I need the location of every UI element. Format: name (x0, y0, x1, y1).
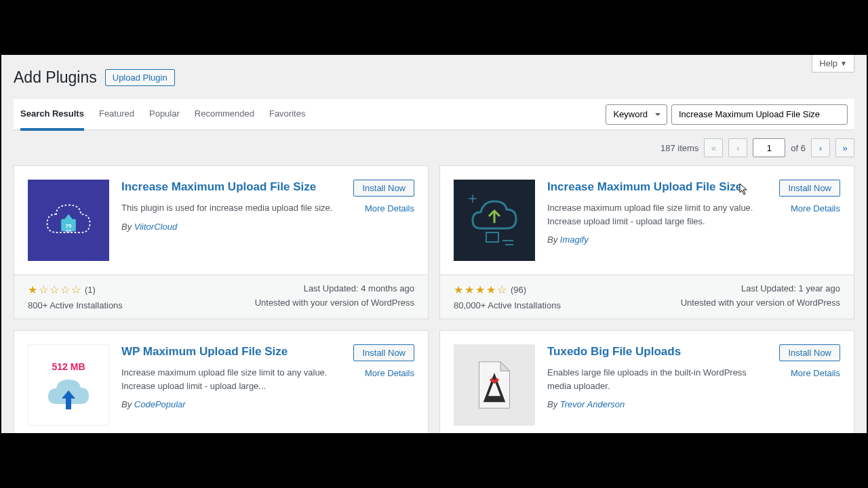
install-button[interactable]: Install Now (779, 344, 840, 361)
search-group: Keyword (606, 104, 848, 125)
compatibility: Untested with your version of WordPress (681, 298, 840, 308)
plugin-author: By Imagify (547, 235, 767, 245)
svg-text:75: 75 (66, 223, 72, 229)
page-first-button[interactable]: « (704, 138, 723, 157)
author-link[interactable]: Imagify (560, 235, 589, 245)
more-details-link[interactable]: More Details (791, 368, 840, 378)
plugin-card: 75 MB Increase Maximum Upload File Size … (14, 165, 429, 319)
author-link[interactable]: Trevor Anderson (560, 399, 625, 409)
page-total: of 6 (791, 143, 806, 153)
plugin-title[interactable]: Increase Maximum Upload File Size (121, 180, 341, 195)
install-button[interactable]: Install Now (353, 180, 414, 197)
tab-search-results[interactable]: Search Results (20, 99, 84, 131)
page-next-button[interactable]: › (811, 138, 830, 157)
rating-count: (1) (85, 285, 96, 295)
upload-plugin-button[interactable]: Upload Plugin (105, 69, 175, 86)
more-details-link[interactable]: More Details (791, 203, 840, 214)
plugin-icon (454, 344, 535, 426)
svg-rect-8 (486, 232, 498, 242)
page-prev-button[interactable]: ‹ (728, 138, 747, 157)
plugin-title[interactable]: Increase Maximum Upload File Size (547, 180, 767, 195)
star-icon: ★ (475, 283, 485, 296)
compatibility: Untested with your version of WordPress (255, 298, 414, 308)
star-icon: ☆ (71, 283, 81, 296)
add-plugins-screen: Help ▼ Add Plugins Upload Plugin Search … (1, 55, 867, 433)
star-icon: ☆ (497, 283, 507, 296)
star-icon: ☆ (60, 283, 70, 296)
star-icon: ★ (28, 283, 37, 296)
tab-popular[interactable]: Popular (149, 99, 180, 131)
search-type-select[interactable]: Keyword (606, 104, 667, 125)
last-updated: Last Updated: 1 year ago (681, 283, 840, 293)
plugin-card: 512 MB WP Maximum Upload File Size Incre… (14, 330, 429, 440)
filter-bar: Search Results Featured Popular Recommen… (14, 99, 854, 130)
author-link[interactable]: ViitorCloud (134, 222, 177, 232)
tab-featured[interactable]: Featured (99, 99, 134, 131)
plugin-author: By Trevor Anderson (547, 399, 767, 409)
more-details-link[interactable]: More Details (365, 203, 414, 214)
filter-tabs: Search Results Featured Popular Recommen… (20, 99, 606, 130)
page-title: Add Plugins (14, 68, 97, 87)
plugin-title[interactable]: Tuxedo Big File Uploads (547, 344, 767, 359)
plugin-title[interactable]: WP Maximum Upload File Size (121, 344, 341, 359)
plugin-card: Tuxedo Big File Uploads Enables large fi… (439, 330, 854, 440)
plugin-description: This plugin is used for increase media u… (121, 201, 341, 215)
page-header: Add Plugins Upload Plugin (14, 55, 854, 99)
plugin-icon: 75 MB (28, 180, 109, 261)
rating-count: (96) (511, 285, 526, 295)
more-details-link[interactable]: More Details (365, 368, 414, 378)
search-input[interactable] (671, 104, 848, 125)
star-icon: ☆ (39, 283, 48, 296)
tab-recommended[interactable]: Recommended (195, 99, 254, 131)
help-label: Help (819, 58, 837, 68)
help-tab[interactable]: Help ▼ (812, 55, 854, 73)
plugin-author: By CodePopular (121, 399, 341, 409)
plugin-card: Increase Maximum Upload File Size Increa… (439, 165, 854, 319)
plugin-icon: 512 MB (28, 344, 109, 426)
active-installs: 800+ Active Installations (28, 300, 123, 310)
svg-text:MB: MB (66, 229, 71, 233)
star-rating: ★ ☆ ☆ ☆ ☆ (1) (28, 283, 123, 296)
star-rating: ★ ★ ★ ★ ☆ (96) (454, 283, 561, 296)
page-last-button[interactable]: » (835, 138, 854, 157)
pagination: 187 items « ‹ of 6 › » (14, 130, 854, 165)
page-current-input[interactable] (753, 138, 785, 157)
items-count: 187 items (660, 143, 698, 153)
plugin-icon (454, 180, 535, 261)
chevron-down-icon: ▼ (840, 60, 847, 67)
search-type-label: Keyword (613, 109, 648, 119)
star-icon: ☆ (50, 283, 59, 296)
install-button[interactable]: Install Now (779, 180, 840, 197)
star-icon: ★ (465, 283, 474, 296)
plugin-author: By ViitorCloud (121, 222, 341, 232)
author-link[interactable]: CodePopular (134, 399, 186, 409)
install-button[interactable]: Install Now (353, 344, 414, 361)
plugin-description: Enables large file uploads in the built-… (547, 366, 767, 392)
svg-text:512 MB: 512 MB (52, 361, 85, 372)
plugin-description: Increase maximum upload file size limit … (121, 366, 341, 392)
star-icon: ★ (486, 283, 496, 296)
tab-favorites[interactable]: Favorites (269, 99, 305, 131)
star-icon: ★ (454, 283, 463, 296)
plugin-cards-grid: 75 MB Increase Maximum Upload File Size … (14, 165, 854, 440)
plugin-description: Increase maximum upload file size limit … (547, 201, 767, 228)
active-installs: 80,000+ Active Installations (454, 300, 561, 310)
svg-marker-1 (64, 214, 73, 220)
last-updated: Last Updated: 4 months ago (255, 283, 414, 293)
